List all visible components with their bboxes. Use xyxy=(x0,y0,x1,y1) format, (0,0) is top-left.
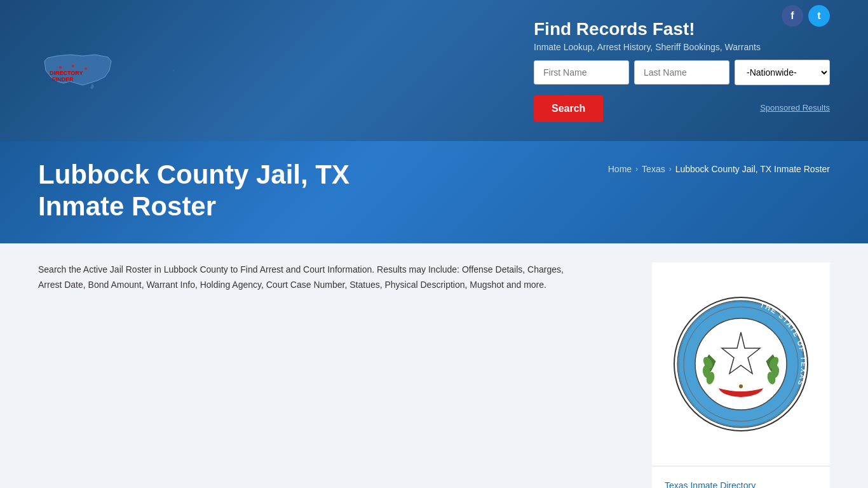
state-select[interactable]: -Nationwide-AlabamaAlaskaArizonaArkansas… xyxy=(735,60,830,85)
breadcrumb-sep-2: › xyxy=(669,165,672,173)
svg-point-19 xyxy=(739,384,743,388)
svg-point-4 xyxy=(72,65,74,67)
texas-seal-icon: THE STATE OF TEXAS xyxy=(671,294,811,434)
svg-point-3 xyxy=(59,66,62,69)
first-name-input[interactable] xyxy=(534,60,629,85)
logo-area: DIRECTORY FINDER xyxy=(38,48,114,93)
svg-text:FINDER: FINDER xyxy=(52,76,74,83)
sidebar-links: Texas Inmate Directory More Inmate Locat… xyxy=(652,466,830,488)
search-inputs: -Nationwide-AlabamaAlaskaArizonaArkansas… xyxy=(534,60,830,85)
main-content: Search the Active Jail Roster in Lubbock… xyxy=(0,243,868,488)
logo-map-icon: DIRECTORY FINDER xyxy=(38,48,114,93)
breadcrumb-home[interactable]: Home xyxy=(608,164,632,174)
logo[interactable]: DIRECTORY FINDER xyxy=(38,48,114,93)
content-right: THE STATE OF TEXAS xyxy=(652,262,830,488)
social-bar: f t xyxy=(782,5,830,27)
breadcrumb-section: Lubbock County Jail, TX Inmate Roster Ho… xyxy=(0,141,868,243)
sponsored-results[interactable]: Sponsored Results xyxy=(760,103,830,112)
texas-seal-container: THE STATE OF TEXAS xyxy=(652,262,830,466)
page-title: Lubbock County Jail, TX Inmate Roster xyxy=(38,159,419,223)
search-row: Search Sponsored Results xyxy=(534,93,830,122)
facebook-icon[interactable]: f xyxy=(782,5,803,27)
twitter-icon[interactable]: t xyxy=(808,5,830,27)
search-area: Find Records Fast! Inmate Lookup, Arrest… xyxy=(534,19,830,122)
search-button[interactable]: Search xyxy=(534,95,603,122)
last-name-input[interactable] xyxy=(634,60,729,85)
content-description: Search the Active Jail Roster in Lubbock… xyxy=(38,262,578,293)
content-left: Search the Active Jail Roster in Lubbock… xyxy=(38,262,633,488)
breadcrumb-sep-1: › xyxy=(635,165,638,173)
svg-text:DIRECTORY: DIRECTORY xyxy=(50,70,83,76)
breadcrumb-state[interactable]: Texas xyxy=(642,164,665,174)
breadcrumb: Home › Texas › Lubbock County Jail, TX I… xyxy=(608,164,830,174)
header: DIRECTORY FINDER Find Records Fast! Inma… xyxy=(0,0,868,141)
sidebar-link-texas-inmate[interactable]: Texas Inmate Directory xyxy=(665,477,817,488)
svg-point-5 xyxy=(85,67,87,70)
breadcrumb-current: Lubbock County Jail, TX Inmate Roster xyxy=(675,164,830,174)
subtitle: Inmate Lookup, Arrest History, Sheriff B… xyxy=(534,42,830,52)
